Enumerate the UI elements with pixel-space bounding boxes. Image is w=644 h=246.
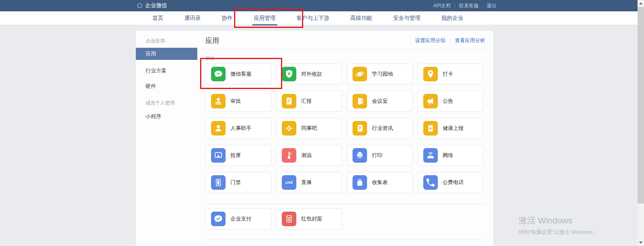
- watermark-title: 激活 Windows: [519, 215, 598, 226]
- tab-home[interactable]: 首页: [142, 11, 174, 25]
- app-card-screen-cast[interactable]: 投屏: [205, 145, 271, 166]
- app-card-temperature-check[interactable]: 测温: [276, 145, 342, 166]
- door-outline-icon: [211, 175, 226, 190]
- app-card-label: 公告: [443, 98, 453, 105]
- app-card-label: 微信客服: [230, 70, 251, 78]
- app-card-print[interactable]: 打印: [347, 145, 413, 166]
- section-divider: [205, 240, 485, 240]
- app-card-learning-garden[interactable]: 学习园地: [347, 64, 413, 85]
- app-card-label: 投屏: [230, 152, 241, 159]
- tab-label: 客户与上下游: [297, 15, 329, 21]
- chevron-up-icon: [639, 2, 642, 4]
- watermark-subtitle: 转到“电脑设置”以激活 Windows。: [519, 229, 598, 236]
- brand-label: 企业微信: [145, 2, 167, 9]
- tab-label: 我的企业: [441, 15, 463, 21]
- app-card-approval[interactable]: 审批: [205, 91, 271, 112]
- app-card-meeting-room[interactable]: 会议室: [347, 91, 413, 112]
- scrollbar[interactable]: [638, 0, 644, 246]
- action-link-separator: |: [450, 38, 451, 43]
- app-card-label: 直播: [301, 179, 312, 186]
- app-card-label: 会议室: [372, 98, 388, 105]
- stamp-icon: [211, 94, 226, 108]
- app-card-wechat-customer-service[interactable]: 微信客服: [205, 64, 271, 85]
- app-card-live-stream[interactable]: LIVE直播: [276, 172, 342, 193]
- app-card-label: 门禁: [230, 179, 241, 186]
- chat-bubble-icon: [211, 67, 226, 81]
- planet-icon: [353, 67, 367, 81]
- header-actions: 设置应用分组|查看应用分析: [415, 37, 485, 44]
- app-sections: 基础微信客服¥对外收款学习园地打卡审批汇报会议室公告人事助手同事吧行业资讯健康上…: [205, 55, 485, 240]
- document-lines-icon: [282, 94, 296, 108]
- sidebar-group-label: 企业应用: [146, 38, 197, 44]
- app-card-work-report[interactable]: 汇报: [276, 91, 342, 112]
- main-panel: 企业应用应用行业方案硬件成员个人使用小程序 应用 设置应用分组|查看应用分析 基…: [136, 31, 493, 246]
- app-card-work-phone[interactable]: 公费电话: [418, 172, 484, 193]
- live-badge-icon: LIVE: [282, 175, 296, 190]
- tab-label: 安全与管理: [393, 15, 421, 21]
- chat-bubble-logo-icon: [136, 2, 143, 9]
- sidebar-item-hardware[interactable]: 硬件: [136, 82, 197, 91]
- app-grid: 微信客服¥对外收款学习园地打卡审批汇报会议室公告人事助手同事吧行业资讯健康上报投…: [205, 64, 485, 193]
- door-icon: [353, 94, 367, 108]
- bubble-check-icon: [211, 212, 226, 226]
- app-card-network[interactable]: 网络: [418, 145, 484, 166]
- sidebar: 企业应用应用行业方案硬件成员个人使用小程序: [136, 31, 197, 121]
- app-card-hr-assistant[interactable]: 人事助手: [205, 118, 271, 139]
- news-document-icon: [353, 121, 367, 136]
- tab-label: 应用管理: [254, 15, 276, 21]
- tab-security-management[interactable]: 安全与管理: [383, 11, 431, 25]
- app-grid: 企业支付红包封面: [205, 208, 485, 229]
- app-card-announcement[interactable]: 公告: [418, 91, 484, 112]
- app-card-label: 审批: [230, 98, 241, 105]
- phone-icon: [423, 175, 438, 190]
- app-card-label: 网络: [443, 152, 453, 159]
- app-card-door-access[interactable]: 门禁: [205, 172, 271, 193]
- topbar-links: API文档|联系客服|退出: [429, 0, 500, 11]
- app-card-check-in[interactable]: 打卡: [418, 64, 484, 85]
- action-link-set-app-groups[interactable]: 设置应用分组: [415, 37, 446, 44]
- tab-label: 高级功能: [351, 15, 372, 21]
- red-envelope-icon: [282, 212, 296, 226]
- tab-app-management[interactable]: 应用管理: [243, 11, 286, 25]
- app-card-label: 对外收款: [301, 70, 322, 78]
- diamond-dots-icon: [282, 121, 296, 136]
- app-card-enterprise-pay[interactable]: 企业支付: [205, 208, 271, 229]
- topbar-link-contact-support[interactable]: 联系客服: [455, 2, 482, 9]
- clipboard-plus-icon: [423, 121, 438, 136]
- screen-cast-icon: [211, 148, 226, 163]
- app-card-colleague-bar[interactable]: 同事吧: [276, 118, 342, 139]
- tab-label: 首页: [152, 15, 163, 21]
- app-card-label: 同事吧: [301, 125, 317, 132]
- action-link-view-app-analytics[interactable]: 查看应用分析: [455, 37, 485, 44]
- topbar-link-logout[interactable]: 退出: [483, 2, 500, 9]
- app-card-label: 学习园地: [372, 70, 393, 78]
- tab-my-company[interactable]: 我的企业: [431, 11, 474, 25]
- tab-customers-upstream-downstream[interactable]: 客户与上下游: [286, 11, 340, 25]
- app-card-label: 行业资讯: [372, 125, 393, 132]
- chevron-down-icon: [639, 242, 642, 244]
- sidebar-item-mini-programs[interactable]: 小程序: [136, 112, 197, 121]
- scroll-down-button[interactable]: [638, 239, 644, 246]
- sidebar-group-label: 成员个人使用: [146, 100, 197, 106]
- app-card-health-report[interactable]: 健康上报: [418, 118, 484, 139]
- app-card-industry-news[interactable]: 行业资讯: [347, 118, 413, 139]
- svg-text:¥: ¥: [288, 71, 290, 76]
- tab-label: 协作: [222, 15, 233, 21]
- app-card-label: 打印: [372, 152, 382, 159]
- app-card-label: 健康上报: [443, 125, 464, 132]
- app-card-label: 收集表: [372, 179, 388, 186]
- scroll-up-button[interactable]: [638, 0, 644, 7]
- sidebar-item-apps[interactable]: 应用: [136, 48, 197, 60]
- content: 应用 设置应用分组|查看应用分析 基础微信客服¥对外收款学习园地打卡审批汇报会议…: [205, 31, 485, 240]
- tab-advanced-features[interactable]: 高级功能: [340, 11, 383, 25]
- topbar-link-api-docs[interactable]: API文档: [429, 2, 454, 9]
- app-card-external-payment[interactable]: ¥对外收款: [276, 64, 342, 85]
- app-card-collection-form[interactable]: 收集表: [347, 172, 413, 193]
- app-card-red-packet-cover[interactable]: 红包封面: [276, 208, 342, 229]
- tab-contacts[interactable]: 通讯录: [174, 11, 211, 25]
- app-card-label: 测温: [301, 152, 312, 159]
- sidebar-item-industry-solutions[interactable]: 行业方案: [136, 66, 197, 75]
- router-icon: [423, 148, 438, 163]
- scrollbar-thumb[interactable]: [638, 7, 644, 204]
- tab-collaboration[interactable]: 协作: [211, 11, 243, 25]
